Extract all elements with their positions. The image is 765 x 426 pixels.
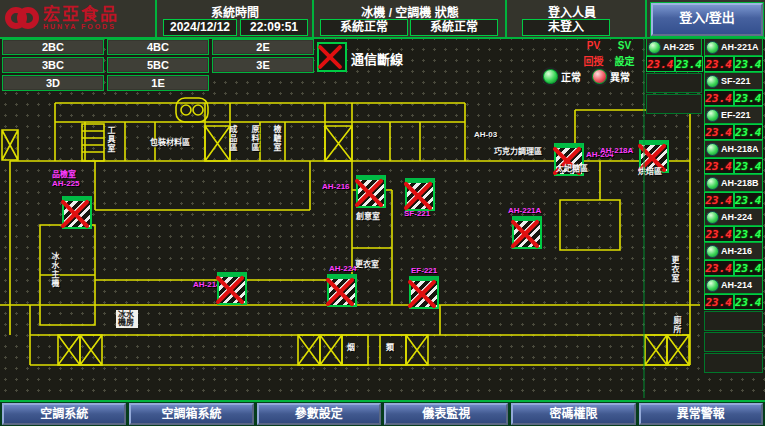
unit-values: 23.423.4	[704, 260, 763, 276]
login-person-label: 登入人員	[512, 3, 632, 20]
sv-value: 23.4	[734, 260, 764, 276]
room-label: 巧克力調理區	[494, 147, 542, 156]
unit-button-AH-224[interactable]: AH-224	[704, 208, 763, 226]
system-time-label: 系統時間	[160, 3, 310, 20]
floor-button-2BC[interactable]: 2BC	[2, 39, 104, 55]
device-SF-221-offline-icon[interactable]	[405, 178, 435, 211]
pv-value: 23.4	[704, 158, 734, 174]
unit-AH-218A: AH-218A23.423.4	[704, 140, 763, 174]
pv-value: 23.4	[704, 294, 734, 310]
pv-value: 23.4	[704, 260, 734, 276]
room-label: 廁所	[672, 316, 681, 334]
device-EF-221-offline-icon[interactable]	[409, 276, 439, 309]
empty-slot	[704, 353, 763, 373]
unit-name: SF-221	[721, 76, 751, 86]
room-label: 工具室	[106, 126, 115, 153]
logo-title: 宏亞食品	[43, 6, 119, 23]
menu-button-異常警報[interactable]: 異常警報	[639, 403, 763, 425]
unit-button-AH-225[interactable]: AH-225	[646, 38, 702, 56]
floor-button-4BC[interactable]: 4BC	[107, 39, 209, 55]
room-label: 冰水主機	[50, 252, 59, 288]
unit-button-AH-214[interactable]: AH-214	[704, 276, 763, 294]
unit-button-EF-221[interactable]: EF-221	[704, 106, 763, 124]
floor-button-3BC[interactable]: 3BC	[2, 57, 104, 73]
menu-button-空調箱系統[interactable]: 空調箱系統	[129, 403, 253, 425]
device-AH-224-offline-icon[interactable]	[327, 274, 357, 307]
floor-button-5BC[interactable]: 5BC	[107, 57, 209, 73]
unit-SF-221: SF-22123.423.4	[704, 72, 763, 106]
floor-button-2E[interactable]: 2E	[212, 39, 314, 55]
device-AH-225-offline-icon[interactable]	[62, 196, 92, 229]
empty-slot	[704, 311, 763, 331]
unit-values: 23.423.4	[646, 56, 702, 72]
menu-button-密碼權限[interactable]: 密碼權限	[511, 403, 635, 425]
floor-plan: 品檢室AH-225AH-216SF-221AH-204AH-218AAH-221…	[0, 90, 702, 398]
hunya-logo-icon	[5, 3, 39, 33]
sv-value: 23.4	[734, 90, 764, 106]
chiller-ac-status-label: 冰機 / 空調機 狀態	[318, 3, 502, 20]
status-led-icon	[706, 109, 719, 122]
room-label: 包裝材料區	[150, 138, 190, 147]
pv-value: 23.4	[704, 56, 734, 72]
room-label: 烟	[347, 343, 355, 352]
unit-name: AH-225	[663, 42, 694, 52]
unit-values: 23.423.4	[704, 124, 763, 140]
unit-values: 23.423.4	[704, 56, 763, 72]
pv-value: 23.4	[704, 192, 734, 208]
device-AH-214-offline-icon[interactable]	[217, 272, 247, 305]
login-logout-button[interactable]: 登入/登出	[651, 3, 763, 36]
unit-name: AH-216	[721, 246, 752, 256]
unit-values: 23.423.4	[704, 192, 763, 208]
status-led-icon	[706, 279, 719, 292]
sv-label: SV	[609, 40, 640, 51]
device-AH-221A-offline-icon[interactable]	[512, 216, 542, 249]
room-label: 冰水機房	[116, 310, 138, 328]
floor-button-1E[interactable]: 1E	[107, 75, 209, 91]
logo-subtitle: HUNYA FOODS	[43, 23, 119, 30]
pv-value: 23.4	[704, 124, 734, 140]
room-label: 烘焙區	[638, 167, 662, 176]
unit-values: 23.423.4	[704, 226, 763, 242]
chiller-status-value: 系統正常	[320, 19, 408, 36]
room-label: 創意室	[356, 212, 380, 221]
abnormal-led-icon	[592, 69, 607, 84]
unit-EF-221: EF-22123.423.4	[704, 106, 763, 140]
room-label: 原料區	[250, 125, 259, 152]
unit-button-AH-216[interactable]: AH-216	[704, 242, 763, 260]
unit-button-AH-221A[interactable]: AH-221A	[704, 38, 763, 56]
unit-name: AH-214	[721, 280, 752, 290]
pv-value: 23.4	[646, 56, 675, 72]
device-label-AH-221A: AH-221A	[508, 206, 541, 215]
floor-button-3E[interactable]: 3E	[212, 57, 314, 73]
header-bar: 宏亞食品 HUNYA FOODS 系統時間 2024/12/12 22:09:5…	[0, 0, 765, 39]
unit-name: EF-221	[721, 110, 751, 120]
pv-value: 23.4	[704, 226, 734, 242]
unit-button-AH-218B[interactable]: AH-218B	[704, 174, 763, 192]
status-led-icon	[706, 41, 719, 54]
menu-button-空調系統[interactable]: 空調系統	[2, 403, 126, 425]
sv-value: 23.4	[734, 294, 764, 310]
menu-button-儀表監視[interactable]: 儀表監視	[384, 403, 508, 425]
unit-AH-216: AH-21623.423.4	[704, 242, 763, 276]
empty-slot	[646, 94, 702, 114]
sv-value: 23.4	[734, 124, 764, 140]
status-led-icon	[706, 177, 719, 190]
status-led-icon	[706, 245, 719, 258]
pv-label: PV	[578, 40, 609, 51]
main-menu: 空調系統空調箱系統參數設定儀表監視密碼權限異常警報	[0, 400, 765, 426]
device-label-AH-224: AH-224	[329, 264, 357, 273]
floor-button-3D[interactable]: 3D	[2, 75, 104, 91]
system-time-value: 22:09:51	[240, 19, 308, 36]
sv-value: 23.4	[734, 158, 764, 174]
menu-button-參數設定[interactable]: 參數設定	[257, 403, 381, 425]
status-led-icon	[648, 41, 661, 54]
room-label: AH-03	[474, 130, 497, 139]
sv-value: 23.4	[734, 56, 764, 72]
device-AH-216-offline-icon[interactable]	[356, 175, 386, 208]
company-logo: 宏亞食品 HUNYA FOODS	[5, 3, 119, 33]
pv-sub-label: 回授	[578, 53, 609, 68]
unit-button-AH-218A[interactable]: AH-218A	[704, 140, 763, 158]
unit-name: AH-221A	[721, 42, 759, 52]
unit-column-left: AH-22523.423.4	[646, 38, 702, 114]
unit-button-SF-221[interactable]: SF-221	[704, 72, 763, 90]
